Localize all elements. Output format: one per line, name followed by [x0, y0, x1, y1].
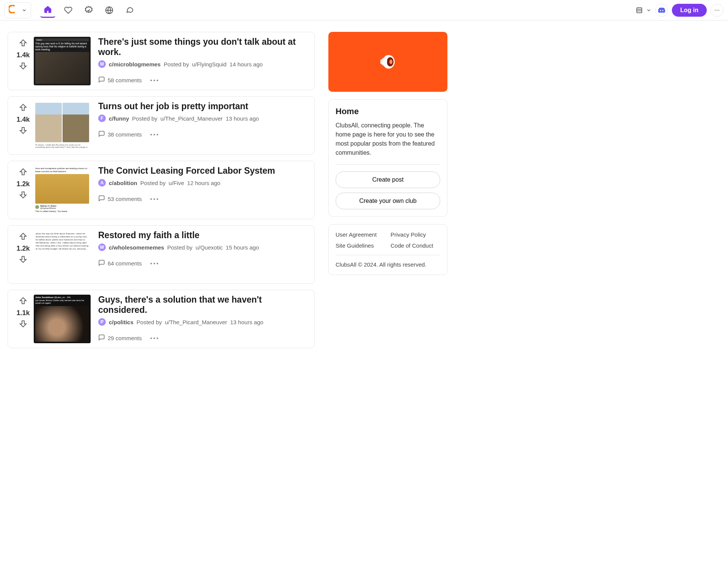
- upvote-button[interactable]: [19, 103, 28, 113]
- club-badge: P: [98, 318, 106, 326]
- upvote-button[interactable]: [19, 232, 28, 242]
- upvote-button[interactable]: [19, 167, 28, 178]
- comments-button[interactable]: 64 comments: [98, 259, 142, 267]
- svg-point-5: [717, 9, 718, 11]
- post-thumbnail[interactable]: Hi James, I really like this photo but c…: [34, 101, 91, 150]
- post-more-button[interactable]: •••: [150, 196, 160, 202]
- downvote-button[interactable]: [19, 126, 28, 137]
- discord-button[interactable]: [655, 4, 668, 17]
- svg-rect-10: [380, 60, 382, 64]
- post-card: 1.4k tweetThis guy was such a G for tell…: [8, 32, 315, 90]
- post-time: 12 hours ago: [187, 180, 221, 186]
- post-title[interactable]: Guys, there's a solution that we haven't…: [98, 295, 310, 315]
- home-title: Home: [336, 107, 440, 116]
- club-link[interactable]: c/wholesomememes: [109, 244, 164, 251]
- comments-count: 38 comments: [108, 131, 142, 138]
- post-body: Turns out her job is pretty important F …: [91, 101, 310, 150]
- sidebar: Home ClubsAll, connecting people. The ho…: [328, 32, 447, 348]
- post-title[interactable]: The Convict Leasing Forced Labor System: [98, 166, 310, 176]
- nav-verified[interactable]: [81, 3, 96, 18]
- post-body: There's just some things you don't talk …: [91, 37, 310, 85]
- post-title[interactable]: Restored my faith a little: [98, 230, 310, 240]
- club-badge: M: [98, 60, 106, 68]
- comment-icon: [98, 130, 105, 138]
- vote-column: 1.1k: [13, 295, 34, 343]
- downvote-button[interactable]: [19, 319, 28, 330]
- site-logo: [9, 5, 16, 16]
- club-link[interactable]: c/microblogmemes: [109, 61, 161, 68]
- create-post-button[interactable]: Create post: [336, 171, 440, 188]
- vote-score: 1.2k: [16, 245, 30, 253]
- post-body: Restored my faith a little W c/wholesome…: [91, 230, 310, 279]
- vote-column: 1.4k: [13, 37, 34, 85]
- club-badge: A: [98, 179, 106, 187]
- post-actions: 58 comments •••: [98, 76, 310, 84]
- more-menu[interactable]: [711, 4, 723, 17]
- comments-button[interactable]: 58 comments: [98, 76, 142, 84]
- post-card: 1.1k Jules Suzdaltsev @jules_su · 14hyou…: [8, 290, 315, 348]
- post-actions: 29 comments •••: [98, 334, 310, 342]
- club-link[interactable]: c/politics: [109, 319, 133, 325]
- comments-button[interactable]: 38 comments: [98, 130, 142, 138]
- post-actions: 53 comments •••: [98, 195, 310, 203]
- comments-button[interactable]: 29 comments: [98, 334, 142, 342]
- post-title[interactable]: There's just some things you don't talk …: [98, 37, 310, 57]
- post-actions: 64 comments •••: [98, 259, 310, 267]
- link-code-of-conduct[interactable]: Code of Conduct: [391, 242, 440, 249]
- post-meta: F c/funny Posted by u/The_Picard_Maneuve…: [98, 115, 310, 122]
- post-more-button[interactable]: •••: [150, 335, 160, 341]
- card-view-icon: [635, 6, 643, 14]
- sidebar-banner: [328, 32, 447, 92]
- club-badge: F: [98, 115, 106, 122]
- post-author[interactable]: u/The_Picard_Maneuver: [160, 115, 223, 122]
- downvote-button[interactable]: [19, 61, 28, 72]
- club-badge: W: [98, 243, 106, 251]
- nav-favorites[interactable]: [61, 3, 76, 18]
- logo-dropdown[interactable]: [5, 2, 31, 18]
- upvote-button[interactable]: [19, 296, 28, 307]
- nav-explore[interactable]: [102, 3, 117, 18]
- post-thumbnail[interactable]: Jules Suzdaltsev @jules_su · 14hyou know…: [34, 295, 91, 343]
- post-more-button[interactable]: •••: [150, 77, 160, 83]
- feed-view-toggle[interactable]: [635, 6, 651, 14]
- post-title[interactable]: Turns out her job is pretty important: [98, 101, 310, 111]
- post-author[interactable]: u/The_Picard_Maneuver: [165, 319, 227, 325]
- dots-horizontal-icon: [714, 7, 720, 13]
- post-card: 1.2k How anti-immigration policies are l…: [8, 161, 315, 219]
- post-meta: W c/wholesomememes Posted by u/Quexotic …: [98, 243, 310, 251]
- comment-icon: [98, 259, 105, 267]
- downvote-button[interactable]: [19, 190, 28, 201]
- link-user-agreement[interactable]: User Agreement: [336, 231, 385, 238]
- link-privacy-policy[interactable]: Privacy Policy: [391, 231, 440, 238]
- post-feed: 1.4k tweetThis guy was such a G for tell…: [8, 32, 315, 348]
- posted-by-prefix: Posted by: [167, 244, 193, 251]
- post-time: 13 hours ago: [230, 319, 264, 325]
- post-thumbnail[interactable]: How anti-immigration policies are leadin…: [34, 166, 91, 214]
- post-body: The Convict Leasing Forced Labor System …: [91, 166, 310, 214]
- upvote-button[interactable]: [19, 38, 28, 49]
- post-thumbnail[interactable]: tweetThis guy was such a G for telling h…: [34, 37, 91, 85]
- post-thumbnail[interactable]: about the way we think about finances—wh…: [34, 230, 91, 279]
- copyright-text: ClubsAll © 2024. All rights reserved.: [336, 261, 440, 268]
- create-club-button[interactable]: Create your own club: [336, 193, 440, 209]
- nav-home[interactable]: [40, 3, 55, 18]
- comments-count: 58 comments: [108, 77, 142, 83]
- posted-by-prefix: Posted by: [140, 180, 166, 186]
- post-more-button[interactable]: •••: [150, 131, 160, 138]
- club-link[interactable]: c/funny: [109, 115, 129, 122]
- club-link[interactable]: c/abolition: [109, 180, 137, 186]
- svg-point-4: [715, 9, 716, 11]
- nav-chat[interactable]: [122, 3, 137, 18]
- downvote-button[interactable]: [19, 255, 28, 265]
- post-card: 1.4k Hi James, I really like this photo …: [8, 96, 315, 155]
- posted-by-prefix: Posted by: [136, 319, 162, 325]
- link-site-guidelines[interactable]: Site Guidelines: [336, 242, 385, 249]
- posted-by-prefix: Posted by: [164, 61, 189, 68]
- post-author[interactable]: u/FlyingSquid: [192, 61, 226, 68]
- post-author[interactable]: u/Five: [169, 180, 184, 186]
- posted-by-prefix: Posted by: [132, 115, 157, 122]
- post-more-button[interactable]: •••: [150, 260, 160, 267]
- post-author[interactable]: u/Quexotic: [196, 244, 223, 251]
- login-button[interactable]: Log in: [672, 4, 707, 17]
- comments-button[interactable]: 53 comments: [98, 195, 142, 203]
